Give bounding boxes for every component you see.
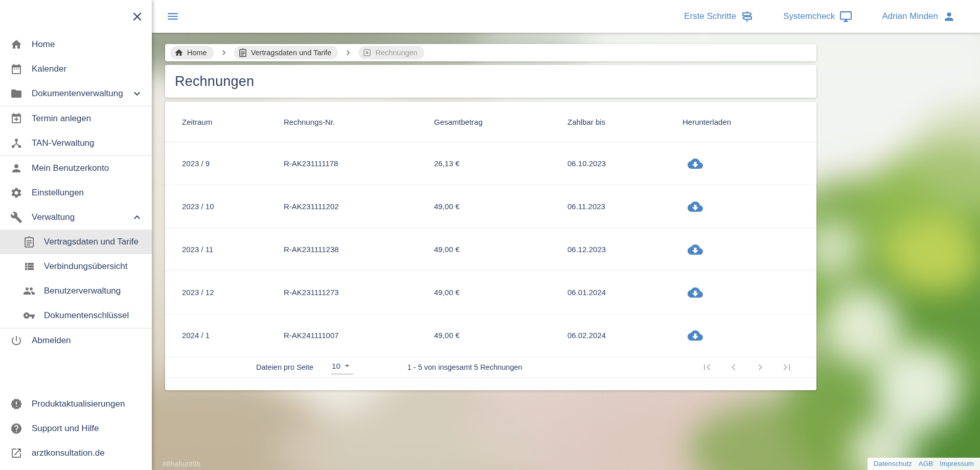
cell-zeitraum: 2023 / 9 [165, 159, 284, 168]
download-invoice-button[interactable] [688, 328, 703, 343]
breadcrumb-item-rechnungen: Rechnungen [358, 46, 424, 59]
calendar-icon [10, 63, 22, 75]
sidebar-item-tan-verwaltung[interactable]: TAN-Verwaltung [0, 131, 152, 155]
watermark-text: #8hahunt9b [163, 460, 200, 468]
sidebar-item-label: Dokumentenschlüssel [44, 310, 129, 321]
pagination-next-page-button[interactable] [754, 361, 766, 373]
cell-herunterladen [682, 199, 816, 214]
monitor-icon [839, 10, 852, 23]
cell-gesamtbetrag: 49,00 € [434, 288, 567, 297]
topbar-link-erste-schritte[interactable]: Erste Schritte [684, 10, 754, 23]
sidebar-item-dokumentenschl-ssel[interactable]: Dokumentenschlüssel [0, 303, 152, 328]
sidebar-nav: HomeKalenderDokumentenverwaltungTermin a… [0, 32, 152, 353]
home-icon [174, 48, 184, 57]
sidebar-item-vertragsdaten-und-tarife[interactable]: Vertragsdaten und Tarife [0, 230, 152, 254]
sidebar-item-einstellungen[interactable]: Einstellungen [0, 181, 152, 205]
hub-icon [10, 137, 22, 149]
topbar-link-label: Adrian Minden [882, 11, 938, 21]
sidebar-item-kalender[interactable]: Kalender [0, 57, 152, 81]
bokeh-blob [885, 217, 980, 294]
breadcrumb-chevron-icon [219, 48, 229, 58]
sidebar-item-label: Dokumentenverwaltung [32, 88, 123, 99]
cell-rechnungs-nr: R-AK231111273 [284, 288, 434, 297]
breadcrumb-item-home[interactable]: Home [170, 46, 214, 59]
sidebar-item-label: Benutzerverwaltung [44, 286, 121, 296]
close-icon [130, 10, 144, 24]
cell-rechnungs-nr: R-AK231111178 [284, 159, 434, 168]
cell-zahlbar-bis: 06.01.2024 [567, 288, 682, 297]
sidebar-item-verbindungs-bersicht[interactable]: Verbindungsübersicht [0, 254, 152, 279]
page-title-card: Rechnungen [165, 65, 816, 98]
cell-zeitraum: 2023 / 11 [165, 245, 284, 254]
column-header-gesamtbetrag: Gesamtbetrag [434, 118, 567, 126]
sidebar-item-termin-anlegen[interactable]: Termin anlegen [0, 106, 152, 131]
per-page-label: Dateien pro Seite [256, 363, 313, 371]
topbar-link-systemcheck[interactable]: Systemcheck [783, 10, 852, 23]
table-row: 2023 / 10R-AK23111120249,00 €06.11.2023 [165, 185, 816, 228]
clipboard-icon [238, 48, 247, 57]
table-pagination-row: Dateien pro Seite 10 1 - 5 von insgesamt… [165, 357, 816, 378]
new-releases-icon [10, 398, 22, 410]
footer-legal-links: DatenschutzAGBImpressum [868, 458, 980, 470]
people-icon [23, 285, 35, 297]
table-row: 2024 / 1R-AK24111100749,00 €06.02.2024 [165, 314, 816, 357]
cloud-download-icon [688, 285, 703, 300]
cell-gesamtbetrag: 49,00 € [434, 245, 567, 254]
cloud-download-icon [688, 156, 703, 171]
per-page-select[interactable]: 10 [331, 360, 353, 374]
arrow-drop-down-icon [341, 360, 353, 371]
breadcrumb-separator [343, 48, 353, 58]
footer-link-datenschutz[interactable]: Datenschutz [874, 460, 912, 467]
breadcrumb-item-label: Rechnungen [375, 49, 417, 57]
breadcrumb-item-vertragsdaten-und-tarife[interactable]: Vertragsdaten und Tarife [234, 46, 338, 59]
hamburger-menu-button[interactable] [166, 10, 179, 23]
table-row: 2023 / 9R-AK23111117826,13 €06.10.2023 [165, 142, 816, 185]
sidebar-item-home[interactable]: Home [0, 32, 152, 57]
download-invoice-button[interactable] [688, 242, 703, 257]
chevron-down-wrap [131, 87, 143, 102]
sidebar-item-arztkonsultation-de[interactable]: arztkonsultation.de [0, 441, 152, 465]
sidebar-item-label: Verwaltung [32, 212, 75, 222]
cloud-download-icon [688, 199, 703, 214]
sidebar-close-button[interactable] [130, 10, 144, 24]
sidebar-item-mein-benutzerkonto[interactable]: Mein Benutzerkonto [0, 156, 152, 181]
pagination-range-text: 1 - 5 von insgesamt 5 Rechnungen [407, 363, 522, 371]
bokeh-blob [875, 345, 962, 432]
table-row: 2023 / 11R-AK23111123849,00 €06.12.2023 [165, 228, 816, 271]
invoices-table-card: ZeitraumRechnungs-Nr.GesamtbetragZahlbar… [165, 102, 816, 390]
cloud-download-icon [688, 242, 703, 257]
cell-gesamtbetrag: 26,13 € [434, 159, 567, 168]
last-page-icon [781, 361, 793, 373]
download-invoice-button[interactable] [688, 199, 703, 214]
topbar-link-label: Systemcheck [783, 11, 835, 21]
cell-zeitraum: 2023 / 10 [165, 202, 284, 211]
download-invoice-button[interactable] [688, 285, 703, 300]
breadcrumb-separator [219, 48, 229, 58]
chevron-left-icon [727, 361, 740, 373]
topbar-link-adrian-minden[interactable]: Adrian Minden [882, 10, 955, 23]
sidebar-item-verwaltung[interactable]: Verwaltung [0, 205, 152, 230]
topbar-link-label: Erste Schritte [684, 11, 736, 21]
table-row: 2023 / 12R-AK23111127349,00 €06.01.2024 [165, 271, 816, 314]
pagination-last-page-button[interactable] [781, 361, 793, 373]
sidebar-item-abmelden[interactable]: Abmelden [0, 328, 152, 353]
breadcrumb-chevron-icon [343, 48, 353, 58]
download-invoice-button[interactable] [688, 156, 703, 171]
sidebar-item-benutzerverwaltung[interactable]: Benutzerverwaltung [0, 279, 152, 303]
sidebar-item-produktaktualisierungen[interactable]: Produktaktualisierungen [0, 392, 152, 416]
sidebar-item-dokumentenverwaltung[interactable]: Dokumentenverwaltung [0, 81, 152, 106]
signpost-icon [741, 10, 754, 23]
cell-rechnungs-nr: R-AK231111202 [284, 202, 434, 211]
pagination-first-page-button[interactable] [701, 361, 713, 373]
help-icon [10, 422, 22, 435]
main-content: HomeVertragsdaten und TarifeRechnungen R… [165, 44, 816, 390]
menu-icon [166, 10, 179, 23]
pagination-previous-page-button[interactable] [727, 361, 740, 373]
footer-link-impressum[interactable]: Impressum [940, 460, 974, 467]
column-header-rechnungs-nr: Rechnungs-Nr. [284, 118, 434, 126]
footer-link-agb[interactable]: AGB [919, 460, 933, 467]
calendar-add-icon [10, 113, 22, 125]
first-page-icon [701, 361, 713, 373]
person-icon [10, 162, 22, 174]
sidebar-item-support-und-hilfe[interactable]: Support und Hilfe [0, 416, 152, 441]
